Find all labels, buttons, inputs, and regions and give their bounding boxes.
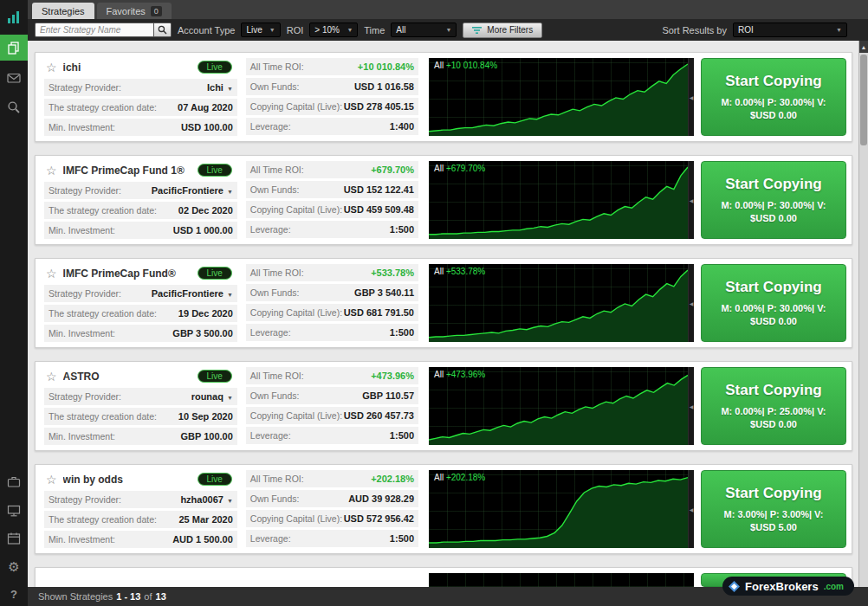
start-copying-button[interactable]: Start Copying M: 0.00%| P: 30.00%| V: $U… xyxy=(701,264,846,342)
roi-filter-value: > 10% xyxy=(314,25,340,35)
field-value: 1:400 xyxy=(390,121,414,132)
all-time-roi-row: All Time ROI: +533.78% xyxy=(246,264,418,281)
strategy-stats-column: All Time ROI: +533.78% Own Funds: GBP 3 … xyxy=(246,264,418,342)
scroll-up-arrow-icon[interactable]: ▲ xyxy=(859,41,868,53)
field-value: GBP 110.57 xyxy=(362,390,414,401)
field-label: The strategy creation date: xyxy=(49,514,157,525)
help-icon[interactable]: ? xyxy=(0,582,28,606)
min-investment-row: Min. Investment: AUD 1 500.00 xyxy=(44,531,237,548)
search-button[interactable] xyxy=(154,23,172,37)
sort-select[interactable]: ROI ▼ xyxy=(733,23,847,37)
start-copying-button[interactable]: Start Copying M: 3.00%| P: 3.00%| V: $US… xyxy=(701,470,846,548)
account-type-select[interactable]: Live ▼ xyxy=(241,23,280,37)
chart-label: All +10 010.84% xyxy=(434,61,497,70)
favorite-star-icon[interactable]: ☆ xyxy=(46,268,57,280)
field-label: Own Funds: xyxy=(250,81,300,92)
field-label: Strategy Provider: xyxy=(49,82,121,93)
field-label: All Time ROI: xyxy=(250,474,304,484)
account-type-value: Live xyxy=(246,25,262,35)
fees-line: M: 0.00%| P: 30.00%| V: $USD 0.00 xyxy=(702,199,845,225)
creation-date-row: The strategy creation date: 19 Dec 2020 xyxy=(44,305,237,322)
copying-capital-row: Copying Capital (Live): USD 278 405.15 xyxy=(246,98,418,115)
all-time-roi-row: All Time ROI: +473.96% xyxy=(246,367,418,384)
start-copying-button[interactable]: Start Copying M: 0.00%| P: 25.00%| V: $U… xyxy=(701,367,846,445)
field-label: Leverage: xyxy=(250,430,291,441)
start-copying-label: Start Copying xyxy=(725,279,821,296)
chart-collapse-handle[interactable]: ◀ xyxy=(688,161,694,239)
field-value: 1:500 xyxy=(390,327,414,338)
field-label: Copying Capital (Live): xyxy=(250,513,342,524)
field-label: The strategy creation date: xyxy=(49,102,157,113)
field-value: GBP 3 500.00 xyxy=(172,328,233,338)
chart-collapse-handle[interactable]: ◀ xyxy=(688,470,694,548)
field-value: 1:500 xyxy=(390,533,414,544)
creation-date-row: The strategy creation date: 02 Dec 2020 xyxy=(44,202,237,219)
tab-favorites[interactable]: Favorites 0 xyxy=(97,3,172,19)
roi-value: +202.18% xyxy=(371,474,414,484)
strategy-stats-column: All Time ROI: +202.18% Own Funds: AUD 39… xyxy=(246,470,418,548)
chart-collapse-handle[interactable]: ◀ xyxy=(688,58,694,136)
field-label: Min. Investment: xyxy=(49,328,115,338)
start-copying-button[interactable]: Start Copying M: 0.00%| P: 30.00%| V: $U… xyxy=(701,161,846,239)
action-column: Start Copying M: 0.00%| P: 30.00%| V: $U… xyxy=(701,58,846,136)
strategy-stats-column: All Time ROI: +10 010.84% Own Funds: USD… xyxy=(246,58,418,136)
tab-strategies-label: Strategies xyxy=(42,6,85,16)
provider-row: Strategy Provider: PacificFrontiere▼ xyxy=(44,285,237,302)
strategy-provider-value[interactable]: hzha0067▼ xyxy=(180,494,232,505)
field-label: Min. Investment: xyxy=(49,534,115,545)
fees-line: M: 3.00%| P: 3.00%| V: $USD 5.00 xyxy=(702,508,845,534)
roi-select[interactable]: > 10% ▼ xyxy=(309,23,358,37)
bar-chart-icon[interactable] xyxy=(0,5,28,29)
strategy-search xyxy=(35,23,172,37)
tab-strategies[interactable]: Strategies xyxy=(32,3,94,19)
filter-funnel-icon xyxy=(472,26,482,35)
chart-range-label: All xyxy=(434,61,444,70)
settings-gear-icon[interactable]: ⚙ xyxy=(0,554,28,578)
portfolio-icon[interactable] xyxy=(0,469,28,493)
account-type-label: Account Type xyxy=(178,25,235,35)
favorite-star-icon[interactable]: ☆ xyxy=(46,371,57,383)
strategy-provider-value[interactable]: Ichi▼ xyxy=(207,82,233,93)
roi-value: +679.70% xyxy=(371,164,414,175)
chart-collapse-handle[interactable]: ◀ xyxy=(688,264,694,342)
field-value: USD 681 791.50 xyxy=(344,307,414,318)
chart-collapse-handle[interactable]: ◀ xyxy=(688,367,694,445)
field-label: Own Funds: xyxy=(250,287,300,298)
strategy-provider-value[interactable]: PacificFrontiere▼ xyxy=(152,288,233,299)
favorite-star-icon[interactable]: ☆ xyxy=(46,164,57,177)
strategy-provider-value[interactable]: PacificFrontiere▼ xyxy=(152,185,233,196)
chart-label: All +473.96% xyxy=(434,370,485,379)
chart-range-label: All xyxy=(434,473,444,482)
chevron-down-icon: ▼ xyxy=(347,27,353,33)
action-column: Start Copying M: 0.00%| P: 30.00%| V: $U… xyxy=(701,264,846,342)
fees-line: M: 0.00%| P: 30.00%| V: $USD 0.00 xyxy=(702,302,845,328)
field-label: Min. Investment: xyxy=(49,122,115,132)
more-filters-button[interactable]: More Filters xyxy=(463,23,542,38)
strategy-provider-value[interactable]: rounaq▼ xyxy=(191,391,233,402)
calendar-icon[interactable] xyxy=(0,526,28,551)
strategies-copy-icon[interactable] xyxy=(0,35,28,61)
field-label: Min. Investment: xyxy=(49,431,115,442)
chart-roi-value: +473.96% xyxy=(446,370,485,379)
provider-row: Strategy Provider: PacificFrontiere▼ xyxy=(44,182,237,199)
magnifier-icon xyxy=(158,25,167,35)
vertical-scrollbar[interactable]: ▲ xyxy=(858,41,868,587)
roi-chart: All +533.78% ◀ xyxy=(429,264,694,342)
action-column: Start Copying M: 0.00%| P: 30.00%| V: $U… xyxy=(701,161,846,239)
favorite-star-icon[interactable]: ☆ xyxy=(46,474,57,486)
search-icon[interactable] xyxy=(0,95,28,119)
search-input[interactable] xyxy=(35,23,154,37)
leverage-row: Leverage: 1:400 xyxy=(246,118,418,135)
start-copying-button[interactable]: Start Copying M: 0.00%| P: 30.00%| V: $U… xyxy=(701,58,846,136)
time-select[interactable]: All ▼ xyxy=(391,23,457,37)
status-range: 1 - 13 xyxy=(116,591,140,602)
start-copying-label: Start Copying xyxy=(725,176,821,193)
field-label: Leverage: xyxy=(250,224,291,235)
field-label: Copying Capital (Live): xyxy=(250,101,342,112)
favorite-star-icon[interactable]: ☆ xyxy=(46,61,57,74)
scrollbar-thumb[interactable] xyxy=(860,55,867,145)
app-window: ⚙ ? Strategies Favorites 0 xyxy=(0,0,868,606)
mail-icon[interactable] xyxy=(0,66,28,90)
strategy-list: ☆ ichi Live Strategy Provider: Ichi▼ The… xyxy=(28,41,868,587)
monitor-icon[interactable] xyxy=(0,499,28,523)
